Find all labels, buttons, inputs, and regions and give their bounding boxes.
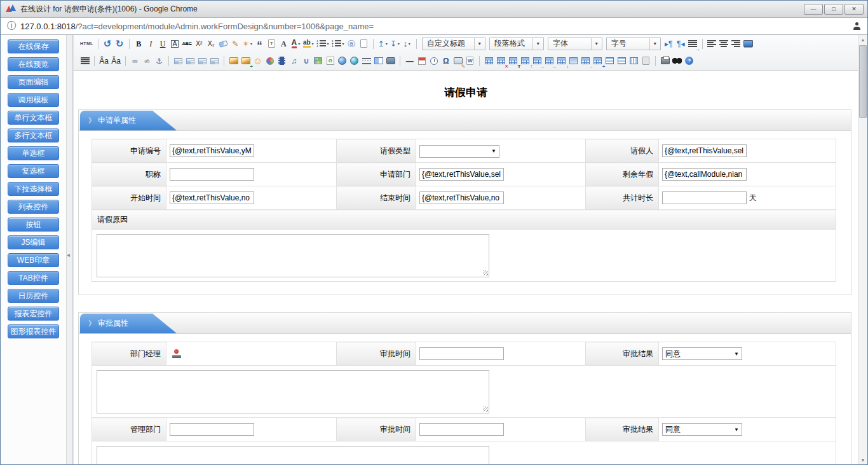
btn-page-edit[interactable]: 页面编辑 xyxy=(8,75,59,89)
img-align-left-icon[interactable] xyxy=(173,55,183,67)
job-title-input[interactable] xyxy=(170,168,254,181)
attachment-icon[interactable]: ∪ xyxy=(301,55,311,67)
resize-grip[interactable] xyxy=(483,406,488,412)
align-right-icon[interactable] xyxy=(731,38,741,50)
btn-button[interactable]: 按钮 xyxy=(8,218,59,232)
cell-split-right-icon[interactable]: → xyxy=(581,55,590,67)
manager-comment-textarea[interactable] xyxy=(97,370,489,413)
table-delete-icon[interactable]: ✕ xyxy=(496,55,506,67)
underline-icon[interactable]: U xyxy=(158,38,168,50)
rtl-icon[interactable]: ¶◂ xyxy=(676,38,686,50)
unordered-list-icon[interactable]: ▾ xyxy=(332,38,344,50)
section2-tab[interactable]: 》审批属性 xyxy=(80,314,177,333)
cell-prop-icon[interactable] xyxy=(569,55,578,67)
btn-report-macro-control[interactable]: 报表宏控件 xyxy=(8,307,59,321)
screenshot-icon[interactable] xyxy=(386,55,395,67)
page-break-icon[interactable] xyxy=(362,55,371,67)
site-info-icon[interactable]: ⓘ xyxy=(7,20,16,32)
link-icon[interactable]: ∞ xyxy=(130,55,140,67)
unlink-icon[interactable]: ∞⁄ xyxy=(142,55,152,67)
map-icon[interactable] xyxy=(313,55,323,67)
img-align-block-icon[interactable] xyxy=(210,55,219,67)
line-height-icon[interactable]: ↨▾ xyxy=(402,38,412,50)
btn-multi-line-text[interactable]: 多行文本框 xyxy=(8,128,59,142)
url-text[interactable]: 127.0.0.1:8018/?act=development/moduleAd… xyxy=(20,22,374,31)
remain-annual-input[interactable] xyxy=(662,168,747,181)
scroll-up-icon[interactable]: ▲ xyxy=(858,35,867,44)
btn-radio[interactable]: 单选框 xyxy=(8,146,59,160)
paste-text-icon[interactable]: T xyxy=(267,38,276,50)
flash-icon[interactable] xyxy=(349,55,359,67)
cell-split-down-icon[interactable]: + xyxy=(593,55,602,67)
font-size-select[interactable]: 字号▼ xyxy=(606,38,661,50)
btn-online-save[interactable]: 在线保存 xyxy=(8,39,59,53)
apply-no-input[interactable] xyxy=(170,144,254,157)
eraser-icon[interactable] xyxy=(219,38,228,50)
approve-result2-select[interactable]: 同意 ▼ xyxy=(662,423,742,436)
btn-checkbox[interactable]: 复选框 xyxy=(8,164,59,178)
btn-calendar-control[interactable]: 日历控件 xyxy=(8,289,59,303)
layout-columns-icon[interactable] xyxy=(374,55,383,67)
preview-icon[interactable] xyxy=(743,38,753,50)
find-icon[interactable] xyxy=(672,55,682,67)
format-brush-icon[interactable]: ✎ xyxy=(231,38,240,50)
end-time-input[interactable] xyxy=(419,191,504,204)
collapse-sidebar-icon[interactable]: ◂ xyxy=(67,251,70,258)
section1-tab[interactable]: 》申请单属性 xyxy=(80,111,177,130)
mgmt-dept-input[interactable] xyxy=(170,423,254,436)
blockquote-icon[interactable]: “ xyxy=(255,38,264,50)
btn-js-edit[interactable]: JS编辑 xyxy=(8,235,59,249)
redo-icon[interactable]: ↻ xyxy=(115,38,125,50)
scroll-down-icon[interactable]: ▼ xyxy=(858,455,867,464)
mgmt-comment-textarea[interactable] xyxy=(97,446,489,464)
merge-cells-icon[interactable] xyxy=(605,55,614,67)
para-space-after-icon[interactable]: ↧▾ xyxy=(390,38,400,50)
multi-image-icon[interactable]: + xyxy=(241,55,250,67)
close-button[interactable]: ✕ xyxy=(844,4,864,15)
vertical-scrollbar[interactable]: ▲ ▼ xyxy=(858,35,867,464)
btn-web-stamp[interactable]: WEB印章 xyxy=(8,253,59,267)
img-align-right-icon[interactable] xyxy=(198,55,207,67)
btn-graph-report-control[interactable]: 图形报表控件 xyxy=(8,324,59,338)
media-icon[interactable] xyxy=(337,55,347,67)
row-delete-icon[interactable]: → xyxy=(532,55,542,67)
insert-cols-icon[interactable] xyxy=(629,55,639,67)
btn-tab-control[interactable]: TAB控件 xyxy=(8,271,59,285)
btn-use-template[interactable]: 调用模板 xyxy=(8,93,59,107)
approve-time2-input[interactable] xyxy=(419,423,504,436)
indent-icon[interactable]: → xyxy=(688,38,698,50)
scrollbar-thumb[interactable] xyxy=(859,45,867,118)
video-icon[interactable] xyxy=(277,55,287,67)
ltr-icon[interactable]: ▸¶ xyxy=(664,38,674,50)
superscript-icon[interactable]: X² xyxy=(194,38,204,50)
img-align-center-icon[interactable] xyxy=(186,55,195,67)
word-import-icon[interactable]: W xyxy=(465,55,475,67)
justify-icon[interactable] xyxy=(80,55,90,67)
applicant-input[interactable] xyxy=(662,144,747,157)
paint-icon[interactable] xyxy=(265,55,275,67)
help-icon[interactable]: ? xyxy=(684,55,694,67)
row-insert-above-icon[interactable]: ↑ xyxy=(520,55,530,67)
col-insert-icon[interactable]: ↔ xyxy=(545,55,554,67)
image-icon[interactable] xyxy=(229,55,238,67)
profile-icon[interactable] xyxy=(853,22,861,30)
btn-online-preview[interactable]: 在线预览 xyxy=(8,57,59,71)
special-char-icon[interactable]: Ω xyxy=(441,55,451,67)
document-icon[interactable] xyxy=(641,55,651,67)
reason-textarea[interactable] xyxy=(97,234,489,277)
stamp-icon[interactable] xyxy=(172,349,181,358)
sidebar-splitter[interactable]: ◂ xyxy=(66,35,73,464)
date-icon[interactable] xyxy=(417,55,426,67)
new-page-icon[interactable] xyxy=(359,38,369,50)
approve-result1-select[interactable]: 同意 ▼ xyxy=(662,347,742,360)
insert-rows-icon[interactable] xyxy=(617,55,627,67)
btn-dropdown-select[interactable]: 下拉选择框 xyxy=(8,182,59,196)
font-color-icon[interactable]: A▾ xyxy=(291,38,301,50)
auto-typeset-icon[interactable]: ✶▾ xyxy=(243,38,252,50)
leave-type-select[interactable]: ▼ xyxy=(419,145,499,158)
plugin-board-icon[interactable]: ✎ xyxy=(453,55,463,67)
btn-list-control[interactable]: 列表控件 xyxy=(8,200,59,214)
html-source-icon[interactable]: HTML xyxy=(80,38,93,50)
bold-icon[interactable]: B xyxy=(134,38,144,50)
minimize-button[interactable]: — xyxy=(804,4,823,15)
